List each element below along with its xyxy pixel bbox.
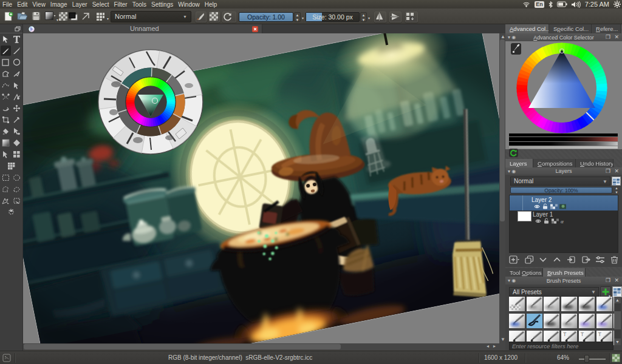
svg-text:α: α [561, 218, 564, 224]
